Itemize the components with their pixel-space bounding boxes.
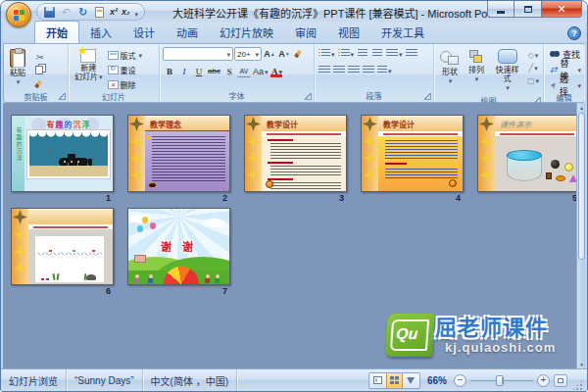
shape-outline-button[interactable]: ╱ xyxy=(526,63,540,74)
arrange-icon xyxy=(467,49,485,65)
increase-indent-icon xyxy=(372,49,382,58)
paragraph-dialog-launcher[interactable] xyxy=(424,93,431,100)
vertical-scrollbar[interactable]: ▲ ▼ xyxy=(576,103,585,368)
reset-icon xyxy=(108,66,119,74)
slide-thumbnail-3[interactable]: 教学设计 xyxy=(244,115,347,192)
scroll-down-button[interactable]: ▼ xyxy=(577,360,585,368)
yellow-ball-shape xyxy=(564,163,573,172)
normal-view-button[interactable] xyxy=(369,373,386,388)
shrink-font-button[interactable]: A▼ xyxy=(277,48,291,61)
character-spacing-button[interactable]: AV xyxy=(237,65,251,77)
slide1-side-text: 有趣的沉浮 xyxy=(15,127,24,162)
arrange-button[interactable]: 排列 xyxy=(465,47,488,85)
justify-button[interactable] xyxy=(362,64,375,76)
fit-to-window-button[interactable] xyxy=(554,374,567,387)
font-size-value: 20+ xyxy=(237,50,251,59)
delete-button[interactable]: 删除 xyxy=(108,78,143,91)
layout-button[interactable]: 版式 xyxy=(108,49,143,62)
slide-thumbnail-4[interactable]: 教学设计 xyxy=(361,115,464,192)
quick-styles-button[interactable]: 快速样式 xyxy=(490,47,524,95)
resize-grip[interactable] xyxy=(571,379,583,391)
maximize-button[interactable] xyxy=(514,1,541,18)
undo-button[interactable]: ↶ xyxy=(60,6,73,19)
columns-button[interactable] xyxy=(376,64,393,76)
tab-slideshow[interactable]: 幻灯片放映 xyxy=(209,22,284,43)
zoom-level[interactable]: 66% xyxy=(424,375,450,386)
copy-button[interactable] xyxy=(30,64,48,76)
paste-button[interactable]: 粘贴 xyxy=(7,47,28,88)
clear-formatting-button[interactable] xyxy=(292,48,306,61)
slide-sorter-view-button[interactable] xyxy=(386,373,403,388)
save-button[interactable] xyxy=(43,6,56,19)
increase-indent-button[interactable] xyxy=(370,47,384,60)
close-button[interactable]: ✕ xyxy=(541,1,582,18)
redo-button[interactable]: ↻ xyxy=(76,6,89,19)
tab-developer[interactable]: 开发工具 xyxy=(370,22,435,43)
watermark-brand: 屈老师课件 xyxy=(435,310,548,341)
tab-animations[interactable]: 动画 xyxy=(166,22,209,43)
window-controls: ✕ xyxy=(487,1,582,18)
font-size-combo[interactable]: 20+ xyxy=(234,47,262,61)
tab-review[interactable]: 审阅 xyxy=(284,22,327,43)
office-button[interactable] xyxy=(6,2,31,27)
slide-thumbnail-6[interactable] xyxy=(11,208,114,285)
zoom-out-button[interactable]: − xyxy=(454,374,466,387)
select-button[interactable]: 选择 xyxy=(550,78,581,92)
cut-button[interactable] xyxy=(30,49,48,62)
shapes-button[interactable]: 形状 xyxy=(437,47,463,87)
print-preview-button[interactable] xyxy=(93,6,106,19)
scroll-up-button[interactable]: ▲ xyxy=(577,103,585,112)
text-shadow-button[interactable]: S xyxy=(222,65,236,77)
slide6-body xyxy=(28,229,113,284)
strikethrough-button[interactable]: abc xyxy=(207,65,221,77)
minimize-button[interactable] xyxy=(487,1,514,18)
slide-show-icon xyxy=(407,377,415,384)
numbering-button[interactable] xyxy=(337,47,356,60)
delete-icon xyxy=(108,80,119,89)
slide5-body xyxy=(495,136,579,191)
zoom-in-button[interactable]: + xyxy=(537,374,550,387)
slide-thumbnail-5[interactable]: 课件演示 xyxy=(477,115,580,192)
change-case-button[interactable]: Aa xyxy=(252,65,270,77)
shape-fill-button[interactable]: ◇ xyxy=(526,50,540,61)
font-color-button[interactable]: A xyxy=(270,65,283,77)
slide-thumbnail-7[interactable]: 谢 谢 xyxy=(127,208,230,285)
tab-design[interactable]: 设计 xyxy=(122,22,166,43)
zoom-slider-thumb[interactable] xyxy=(496,375,504,386)
powerpoint-window: ↶ ↻ x² x₂ 大班科学公开课《有趣的沉浮》PPT课件 [兼容模式] - M… xyxy=(0,0,588,392)
decrease-indent-button[interactable] xyxy=(356,47,369,60)
slide-show-button[interactable] xyxy=(403,373,419,388)
status-language[interactable]: 中文(简体 ，中国) xyxy=(143,369,237,391)
help-button[interactable]: ? xyxy=(567,26,581,40)
superscript-button[interactable]: x² xyxy=(110,7,118,17)
align-left-button[interactable] xyxy=(318,64,331,76)
bullets-button[interactable] xyxy=(318,47,336,60)
tab-insert[interactable]: 插入 xyxy=(79,22,122,43)
slide-thumbnail-2[interactable]: 教学理念 xyxy=(127,115,230,192)
qat-customize-button[interactable] xyxy=(133,3,138,21)
bold-button[interactable]: B xyxy=(163,65,176,77)
font-dialog-launcher[interactable] xyxy=(305,93,312,100)
tab-home[interactable]: 开始 xyxy=(34,21,79,43)
grow-font-button[interactable]: A▲ xyxy=(263,48,276,61)
slide-thumbnail-1[interactable]: 有趣的沉浮 有趣的沉浮 xyxy=(11,115,114,192)
close-icon: ✕ xyxy=(557,4,565,15)
text-direction-button[interactable] xyxy=(405,47,418,60)
font-name-combo[interactable] xyxy=(163,47,233,61)
line-spacing-button[interactable] xyxy=(385,47,404,60)
clipboard-dialog-launcher[interactable] xyxy=(59,93,66,100)
align-right-button[interactable] xyxy=(347,64,361,76)
reset-button[interactable]: 重设 xyxy=(108,64,143,76)
quick-access-toolbar: ↶ ↻ x² x₂ xyxy=(36,3,145,21)
align-center-button[interactable] xyxy=(332,64,346,76)
format-painter-button[interactable] xyxy=(30,78,48,91)
zoom-slider[interactable] xyxy=(470,374,533,387)
underline-button[interactable]: U xyxy=(192,65,206,77)
subscript-button[interactable]: x₂ xyxy=(122,7,129,17)
maximize-icon xyxy=(524,6,532,13)
shape-effects-button[interactable]: ▢ xyxy=(526,75,540,86)
tab-view[interactable]: 视图 xyxy=(327,22,370,43)
italic-button[interactable]: I xyxy=(177,65,191,77)
scrollbar-thumb[interactable] xyxy=(578,113,585,260)
new-slide-button[interactable]: 新建 幻灯片 xyxy=(72,47,106,83)
